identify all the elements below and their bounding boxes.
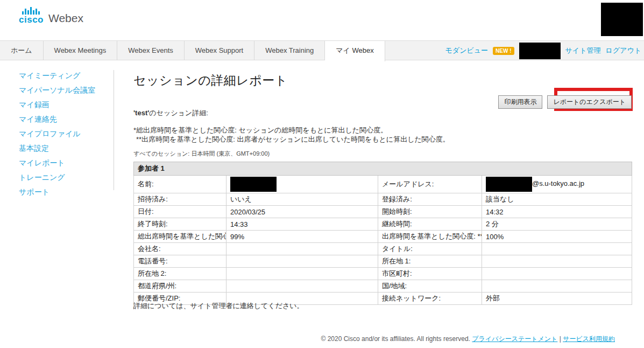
table-value-cell: 外部 xyxy=(482,293,632,305)
table-label-cell: 国/地域: xyxy=(378,280,482,293)
page-title: セッションの詳細レポート xyxy=(133,72,288,89)
table-label-cell: 日付: xyxy=(134,206,227,218)
table-value-cell: 100% xyxy=(482,231,632,243)
export-report-button[interactable]: レポートのエクスポート xyxy=(547,95,632,109)
site-admin-link[interactable]: サイト管理 xyxy=(565,46,601,55)
table-value-cell: 99% xyxy=(227,231,378,243)
table-value-cell xyxy=(482,280,632,293)
modern-view-link[interactable]: モダンビュー xyxy=(445,46,489,55)
tab-webex-training[interactable]: Webex Training xyxy=(254,41,325,60)
table-row: 招待済み:いいえ登録済み:該当なし xyxy=(134,193,632,206)
redaction-box xyxy=(486,177,532,192)
table-label-cell: 名前: xyxy=(134,176,227,193)
table-label-cell: 市区町村: xyxy=(378,268,482,280)
sidebar-menu: マイミーティングマイパーソナル会議室マイ録画マイ連絡先マイプロファイル基本設定マ… xyxy=(19,72,95,196)
new-badge: NEW ! xyxy=(493,47,514,55)
table-row: 終了時刻:14:33継続時間:2 分 xyxy=(134,218,632,231)
header: cisco Webex xyxy=(0,0,644,40)
sidebar-item-2[interactable]: マイ録画 xyxy=(19,101,95,109)
redaction-box xyxy=(230,177,277,192)
table-label-cell: 電話番号: xyxy=(134,255,227,268)
table-value-cell: 14:33 xyxy=(227,218,378,231)
table-value-cell: @s.u-tokyo.ac.jp xyxy=(482,176,632,193)
table-value-cell: 2020/03/25 xyxy=(227,206,378,218)
table-label-cell: 招待済み: xyxy=(134,193,227,206)
sidebar-item-8[interactable]: サポート xyxy=(19,188,95,196)
participant-table-body: 名前:メールアドレス:@s.u-tokyo.ac.jp招待済み:いいえ登録済み:… xyxy=(134,176,632,305)
table-label-cell: 開始時刻: xyxy=(378,206,482,218)
table-label-cell: 総出席時間を基準とした関心度: * xyxy=(134,231,227,243)
table-value-cell xyxy=(227,280,378,293)
attention-notes: *総出席時間を基準とした関心度: セッションの総時間をもとに算出した関心度。 *… xyxy=(133,126,450,144)
footer: © 2020 Cisco and/or its affiliates. All … xyxy=(321,335,615,344)
cisco-logo: cisco xyxy=(19,6,44,25)
table-value-cell xyxy=(227,255,378,268)
privacy-statement-link[interactable]: プライバシーステートメント xyxy=(472,335,557,343)
tab-webex-events[interactable]: Webex Events xyxy=(117,41,185,60)
table-row: 総出席時間を基準とした関心度: *99%出席時間を基準とした関心度: **100… xyxy=(134,231,632,243)
table-row: 所在地 2:市区町村: xyxy=(134,268,632,280)
tab-ホーム[interactable]: ホーム xyxy=(0,41,44,60)
table-label-cell: メールアドレス: xyxy=(378,176,482,193)
contact-admin-line: 詳細については、サイト管理者に連絡してください。 xyxy=(133,301,304,311)
redaction-box-username xyxy=(519,43,561,59)
table-row: 電話番号:所在地 1: xyxy=(134,255,632,268)
footer-separator: | xyxy=(560,335,561,343)
table-value-cell xyxy=(482,255,632,268)
table-label-cell: 接続ネットワーク: xyxy=(378,293,482,305)
webex-wordmark: Webex xyxy=(48,12,83,25)
session-name: 'test' xyxy=(133,109,149,117)
timezone-line: すべてのセッション: 日本時間 (東京、GMT+09:00) xyxy=(133,150,270,158)
table-label-cell: 継続時間: xyxy=(378,218,482,231)
table-value-cell xyxy=(482,243,632,255)
table-value-cell: いいえ xyxy=(227,193,378,206)
tab-webex-support[interactable]: Webex Support xyxy=(185,41,254,60)
report-actions: 印刷用表示 レポートのエクスポート xyxy=(498,95,632,109)
table-label-cell: 登録済み: xyxy=(378,193,482,206)
table-value-cell xyxy=(227,243,378,255)
logout-link[interactable]: ログアウト xyxy=(605,46,641,55)
table-value-cell: 該当なし xyxy=(482,193,632,206)
nav-utilities: モダンビュー NEW ! サイト管理 ログアウト xyxy=(445,41,641,60)
cisco-bridge-icon xyxy=(22,6,40,15)
table-value-cell: 14:32 xyxy=(482,206,632,218)
table-row: 名前:メールアドレス:@s.u-tokyo.ac.jp xyxy=(134,176,632,193)
tab-webex-meetings[interactable]: Webex Meetings xyxy=(44,41,118,60)
sidebar-item-7[interactable]: トレーニング xyxy=(19,173,95,182)
table-label-cell: 所在地 1: xyxy=(378,255,482,268)
participant-table: 参加者 1 名前:メールアドレス:@s.u-tokyo.ac.jp招待済み:いい… xyxy=(133,162,632,305)
table-value-cell xyxy=(482,268,632,280)
sidebar-item-3[interactable]: マイ連絡先 xyxy=(19,115,95,123)
nav-bar: ホームWebex MeetingsWebex EventsWebex Suppo… xyxy=(0,40,644,60)
table-value-cell xyxy=(227,176,378,193)
main-content: セッションの詳細レポート 印刷用表示 レポートのエクスポート 'test'のセッ… xyxy=(133,70,632,339)
copyright-text: © 2020 Cisco and/or its affiliates. All … xyxy=(321,335,470,343)
participant-table-header: 参加者 1 xyxy=(134,162,632,176)
table-row: 会社名:タイトル: xyxy=(134,243,632,255)
table-value-cell xyxy=(227,268,378,280)
cisco-webex-logo: cisco Webex xyxy=(19,6,83,25)
table-label-cell: 出席時間を基準とした関心度: ** xyxy=(378,231,482,243)
note-attendance: **出席時間を基準とした関心度: 出席者がセッションに出席していた時間をもとに算… xyxy=(133,135,450,144)
session-suffix: のセッション詳細: xyxy=(149,109,208,117)
table-label-cell: 都道府県/州: xyxy=(134,280,227,293)
note-total-attendance: *総出席時間を基準とした関心度: セッションの総時間をもとに算出した関心度。 xyxy=(133,126,450,135)
sidebar-item-0[interactable]: マイミーティング xyxy=(19,72,95,80)
table-row: 都道府県/州:国/地域: xyxy=(134,280,632,293)
terms-of-service-link[interactable]: サービス利用規約 xyxy=(563,335,615,343)
table-value-cell: 2 分 xyxy=(482,218,632,231)
sidebar-item-5[interactable]: 基本設定 xyxy=(19,144,95,152)
cisco-wordmark: cisco xyxy=(19,15,44,25)
table-row: 日付:2020/03/25開始時刻:14:32 xyxy=(134,206,632,218)
print-view-button[interactable]: 印刷用表示 xyxy=(498,95,542,109)
table-label-cell: 所在地 2: xyxy=(134,268,227,280)
sidebar-item-4[interactable]: マイプロファイル xyxy=(19,130,95,138)
session-detail-line: 'test'のセッション詳細: xyxy=(133,108,208,118)
redaction-box-header xyxy=(601,3,643,36)
sidebar-item-1[interactable]: マイパーソナル会議室 xyxy=(19,86,95,94)
sidebar-divider xyxy=(114,70,114,190)
page: cisco Webex ホームWebex MeetingsWebex Event… xyxy=(0,0,644,348)
table-label-cell: 終了時刻: xyxy=(134,218,227,231)
sidebar-item-6[interactable]: マイレポート xyxy=(19,159,95,167)
tab-マイ-webex[interactable]: マイ Webex xyxy=(325,41,385,61)
